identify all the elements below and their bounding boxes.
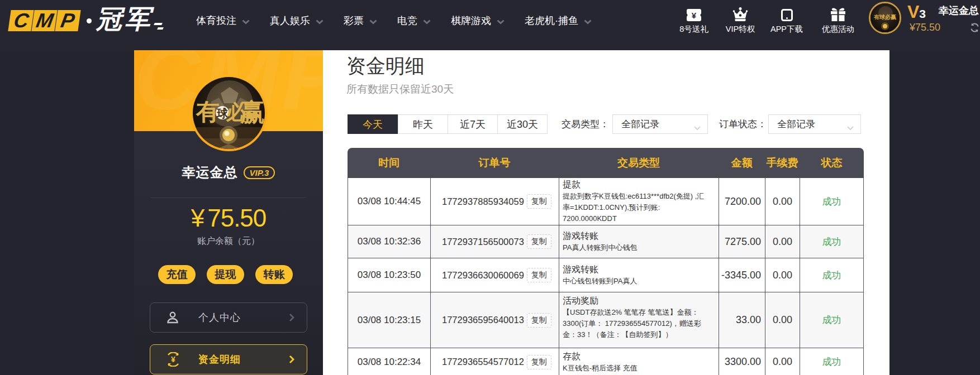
- svg-text:¥: ¥: [692, 11, 697, 20]
- svg-text:有球必赢: 有球必赢: [873, 14, 896, 20]
- svg-text:赢: 赢: [240, 99, 265, 126]
- svg-text:¥: ¥: [171, 355, 175, 364]
